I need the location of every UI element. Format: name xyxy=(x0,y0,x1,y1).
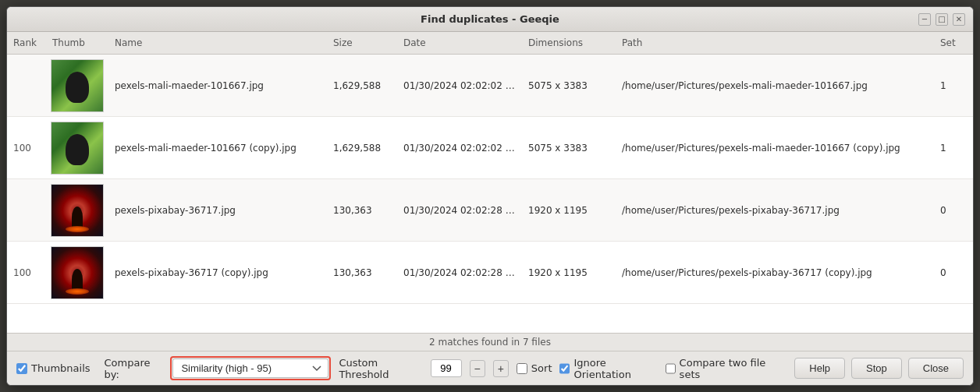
stop-button[interactable]: Stop xyxy=(851,358,902,379)
thumbnail-cell xyxy=(46,181,108,240)
ignore-orientation-checkbox-label[interactable]: Ignore Orientation xyxy=(559,357,657,380)
titlebar-buttons: − □ ✕ xyxy=(918,13,965,26)
close-button[interactable]: Close xyxy=(908,358,964,379)
cell-size: 130,363 xyxy=(327,202,397,219)
thumbnails-label: Thumbnails xyxy=(31,362,91,374)
col-dimensions: Dimensions xyxy=(522,35,616,51)
cell-rank xyxy=(7,207,46,214)
cell-name: pexels-mali-maeder-101667 (copy).jpg xyxy=(108,139,327,157)
threshold-input[interactable] xyxy=(431,359,462,377)
cell-rank xyxy=(7,83,46,89)
col-rank: Rank xyxy=(7,35,46,51)
cell-date: 01/30/2024 02:02:28 AM xyxy=(397,264,522,281)
cell-name: pexels-pixabay-36717.jpg xyxy=(108,202,327,219)
thumbnail-cell xyxy=(46,243,108,302)
action-buttons: Help Stop Close xyxy=(794,358,964,379)
status-bar: 2 matches found in 7 files xyxy=(7,333,973,351)
table-row[interactable]: pexels-mali-maeder-101667.jpg 1,629,588 … xyxy=(7,55,973,117)
cell-path: /home/user/Pictures/pexels-pixabay-36717… xyxy=(616,202,934,219)
cell-dimensions: 1920 x 1195 xyxy=(522,202,616,219)
cell-path: /home/user/Pictures/pexels-mali-maeder-1… xyxy=(616,139,934,157)
ignore-orientation-label-text: Ignore Orientation xyxy=(573,357,657,380)
col-name: Name xyxy=(108,35,327,51)
thumbnails-checkbox-label[interactable]: Thumbnails xyxy=(16,362,91,374)
thumbnails-checkbox[interactable] xyxy=(16,363,27,374)
cell-date: 01/30/2024 02:02:02 AM xyxy=(397,77,522,94)
minimize-button[interactable]: − xyxy=(918,13,931,26)
bottom-bar: Thumbnails Compare by: Similarity (high … xyxy=(7,351,973,385)
thumbnail-image xyxy=(51,59,104,112)
sort-checkbox[interactable] xyxy=(517,363,527,374)
ignore-orientation-checkbox[interactable] xyxy=(559,363,570,374)
thumbnail-image xyxy=(51,184,104,237)
threshold-decrease-button[interactable]: − xyxy=(470,360,485,377)
compare-two-label-text: Compare two file sets xyxy=(680,357,779,380)
help-button[interactable]: Help xyxy=(794,358,845,379)
titlebar: Find duplicates - Geeqie − □ ✕ xyxy=(7,7,973,32)
cell-set: 1 xyxy=(934,77,973,94)
thumbnail-cell xyxy=(46,56,108,115)
sort-checkbox-label[interactable]: Sort xyxy=(517,362,552,374)
cell-size: 130,363 xyxy=(327,264,397,281)
cell-dimensions: 1920 x 1195 xyxy=(522,264,616,281)
main-window: Find duplicates - Geeqie − □ ✕ Rank Thum… xyxy=(6,6,974,386)
cell-date: 01/30/2024 02:02:28 AM xyxy=(397,202,522,219)
cell-size: 1,629,588 xyxy=(327,77,397,94)
thumbnail-image xyxy=(51,122,104,175)
thumbnail-cell xyxy=(46,118,108,178)
compare-by-dropdown-container: Similarity (high - 95) Similarity (mediu… xyxy=(170,356,331,380)
cell-path: /home/user/Pictures/pexels-pixabay-36717… xyxy=(616,264,934,281)
thumbnail-image xyxy=(51,246,104,299)
col-size: Size xyxy=(327,35,397,51)
sort-label-text: Sort xyxy=(531,362,552,374)
col-date: Date xyxy=(397,35,522,51)
cell-set: 0 xyxy=(934,202,973,219)
window-title: Find duplicates - Geeqie xyxy=(62,13,918,25)
table-row[interactable]: 100 pexels-pixabay-36717 (copy).jpg 130,… xyxy=(7,242,973,304)
compare-by-dropdown[interactable]: Similarity (high - 95) Similarity (mediu… xyxy=(172,358,328,378)
table-row[interactable]: pexels-pixabay-36717.jpg 130,363 01/30/2… xyxy=(7,179,973,242)
cell-set: 1 xyxy=(934,139,973,157)
custom-threshold-label: Custom Threshold xyxy=(339,357,422,380)
cell-size: 1,629,588 xyxy=(327,139,397,157)
col-path: Path xyxy=(616,35,934,51)
maximize-button[interactable]: □ xyxy=(936,13,948,26)
col-thumb: Thumb xyxy=(46,35,108,51)
cell-path: /home/user/Pictures/pexels-mali-maeder-1… xyxy=(616,77,934,94)
threshold-increase-button[interactable]: + xyxy=(493,360,509,377)
compare-two-checkbox-label[interactable]: Compare two file sets xyxy=(666,357,779,380)
cell-set: 0 xyxy=(934,264,973,281)
cell-dimensions: 5075 x 3383 xyxy=(522,77,616,94)
cell-name: pexels-pixabay-36717 (copy).jpg xyxy=(108,264,327,281)
cell-dimensions: 5075 x 3383 xyxy=(522,139,616,157)
cell-rank: 100 xyxy=(7,139,46,157)
compare-two-checkbox[interactable] xyxy=(666,363,676,374)
compare-by-label: Compare by: xyxy=(105,357,163,380)
cell-date: 01/30/2024 02:02:02 AM xyxy=(397,139,522,157)
cell-name: pexels-mali-maeder-101667.jpg xyxy=(108,77,327,94)
table-body: pexels-mali-maeder-101667.jpg 1,629,588 … xyxy=(7,55,973,333)
cell-rank: 100 xyxy=(7,264,46,281)
col-set: Set xyxy=(934,35,973,51)
close-button[interactable]: ✕ xyxy=(953,13,965,26)
table-row[interactable]: 100 pexels-mali-maeder-101667 (copy).jpg… xyxy=(7,117,973,179)
table-header: Rank Thumb Name Size Date Dimensions Pat… xyxy=(7,32,973,55)
status-message: 2 matches found in 7 files xyxy=(429,337,551,348)
